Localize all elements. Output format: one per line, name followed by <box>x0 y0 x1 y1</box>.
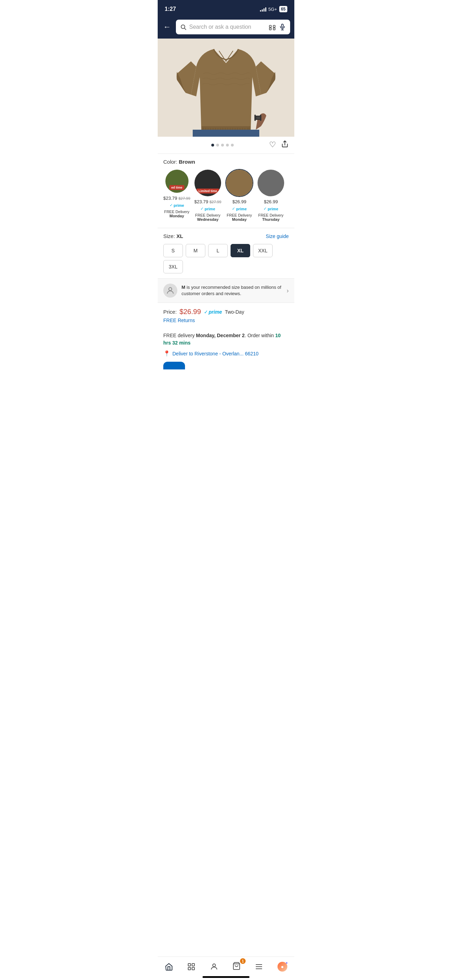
delivery-text: FREE delivery Monday, December 2. Order … <box>163 332 289 347</box>
search-bar[interactable]: Search or ask a question <box>176 20 290 34</box>
color-swatch-black[interactable]: Limited time $23.79 $27.99 ✓ prime FREE … <box>194 169 222 221</box>
two-day-label: Two-Day <box>225 309 244 315</box>
pagination-dot-4[interactable] <box>226 144 229 146</box>
swatch-img-brown[interactable] <box>225 169 253 197</box>
svg-rect-33 <box>260 115 261 121</box>
camera-scan-icon[interactable] <box>268 23 276 31</box>
rec-size: M <box>181 285 185 290</box>
swatch-delivery-black: FREE Delivery Wednesday <box>195 213 220 221</box>
rec-chevron-icon[interactable]: › <box>286 287 289 294</box>
search-placeholder[interactable]: Search or ask a question <box>189 24 266 30</box>
location-pin-icon: 📍 <box>163 350 170 357</box>
blue-tab-partial <box>163 362 289 369</box>
image-actions: ♡ <box>269 140 289 150</box>
swatch-price-gray: $26.99 <box>264 199 278 204</box>
pagination-dot-5[interactable] <box>231 144 234 146</box>
product-image <box>158 38 294 137</box>
size-btn-xxl[interactable]: XXL <box>253 244 272 257</box>
swatch-prime-black: ✓ prime <box>201 207 215 211</box>
search-area: ← Search or ask a question <box>158 17 294 38</box>
swatch-prime-brown: ✓ prime <box>232 207 247 211</box>
swatch-prime-olive: ✓ prime <box>170 203 184 207</box>
selected-size: XL <box>177 233 183 239</box>
size-header: Size: XL Size guide <box>163 233 289 239</box>
price-label: Price: <box>163 309 177 315</box>
battery-indicator: 65 <box>279 6 287 12</box>
deliver-to-link[interactable]: Deliver to Riverstone - Overlan... 66210 <box>172 351 259 356</box>
order-within-prefix: . Order within <box>245 332 275 338</box>
status-bar: 1:27 5G+ 65 <box>158 0 294 17</box>
signal-bars-icon <box>260 7 266 11</box>
size-btn-l[interactable]: L <box>208 244 228 257</box>
size-recommendation-box[interactable]: M is your recommended size based on mill… <box>158 278 294 303</box>
search-icon <box>180 24 186 30</box>
price-row: Price: $26.99 ✓ prime Two-Day <box>163 308 289 316</box>
prime-word: prime <box>209 309 222 315</box>
color-swatches-container: ed time $23.79 $27.99 ✓ prime FREE Deliv… <box>163 169 289 223</box>
swatch-delivery-brown: FREE Delivery Monday <box>227 213 252 221</box>
bottom-padding <box>158 374 294 402</box>
share-icon[interactable] <box>281 140 289 150</box>
color-swatch-brown[interactable]: $26.99 ✓ prime FREE Delivery Monday <box>225 169 253 221</box>
swatch-price-brown: $26.99 <box>232 199 246 204</box>
color-section: Color: Brown ed time $23.79 $27.99 ✓ pri… <box>158 154 294 228</box>
swatch-img-gray[interactable] <box>257 169 285 197</box>
pagination-dot-3[interactable] <box>221 144 224 146</box>
swatch-delivery-olive: FREE Delivery Monday <box>164 210 189 218</box>
deliver-to-row: 📍 Deliver to Riverstone - Overlan... 662… <box>163 350 289 357</box>
image-pagination <box>176 144 269 146</box>
product-image-svg <box>158 38 294 137</box>
svg-rect-32 <box>255 115 256 121</box>
svg-rect-3 <box>273 25 275 27</box>
swatch-price-black: $23.79 $27.99 <box>194 199 221 204</box>
microphone-icon[interactable] <box>279 24 286 30</box>
svg-rect-5 <box>273 28 275 30</box>
size-section: Size: XL Size guide S M L XL XXL 3XL <box>158 228 294 278</box>
svg-rect-4 <box>269 28 272 30</box>
person-icon <box>166 286 175 295</box>
swatch-img-olive[interactable]: ed time <box>165 169 189 194</box>
svg-line-1 <box>184 28 186 29</box>
delivery-date: Monday, December 2 <box>196 332 245 338</box>
back-button[interactable]: ← <box>162 21 172 33</box>
size-btn-m[interactable]: M <box>186 244 205 257</box>
color-swatch-gray[interactable]: $26.99 ✓ prime FREE Delivery Thursday <box>257 169 285 221</box>
svg-rect-31 <box>256 116 260 119</box>
color-swatch-olive[interactable]: ed time $23.79 $27.99 ✓ prime FREE Deliv… <box>163 169 190 221</box>
size-btn-xl[interactable]: XL <box>231 244 250 257</box>
status-time: 1:27 <box>165 6 176 12</box>
size-btn-s[interactable]: S <box>163 244 183 257</box>
limited-time-badge-olive: ed time <box>169 185 185 190</box>
size-guide-link[interactable]: Size guide <box>266 234 289 239</box>
price-section: Price: $26.99 ✓ prime Two-Day FREE Retur… <box>158 303 294 328</box>
svg-point-36 <box>169 287 172 291</box>
svg-rect-34 <box>193 130 259 137</box>
swatch-delivery-gray: FREE Delivery Thursday <box>258 213 283 221</box>
limited-time-badge-black: Limited time <box>197 189 220 194</box>
network-type: 5G+ <box>268 7 277 12</box>
free-returns-row: FREE Returns <box>163 317 289 323</box>
prime-badge: ✓ prime <box>204 309 222 315</box>
image-controls: ♡ <box>158 137 294 154</box>
delivery-section: FREE delivery Monday, December 2. Order … <box>158 328 294 374</box>
size-btn-3xl[interactable]: 3XL <box>163 260 183 274</box>
free-returns-link[interactable]: FREE Returns <box>163 318 195 323</box>
svg-rect-2 <box>269 25 272 27</box>
svg-rect-6 <box>282 24 283 27</box>
rec-text: M is your recommended size based on mill… <box>181 284 282 297</box>
status-right: 5G+ 65 <box>260 6 287 12</box>
swatch-img-black[interactable]: Limited time <box>194 169 222 197</box>
size-label: Size: XL <box>163 233 183 239</box>
swatch-prime-gray: ✓ prime <box>264 207 278 211</box>
prime-check-icon: ✓ <box>204 309 208 315</box>
pagination-dot-2[interactable] <box>216 144 219 146</box>
rec-avatar <box>163 283 177 298</box>
price-value: $26.99 <box>180 308 201 316</box>
wishlist-icon[interactable]: ♡ <box>269 140 276 150</box>
free-delivery-prefix: FREE delivery <box>163 332 196 338</box>
pagination-dot-1[interactable] <box>211 144 214 146</box>
selected-color: Brown <box>179 159 195 165</box>
size-buttons: S M L XL XXL 3XL <box>163 244 289 274</box>
color-label: Color: Brown <box>163 159 289 165</box>
swatch-price-olive: $23.79 $27.99 <box>163 196 190 201</box>
